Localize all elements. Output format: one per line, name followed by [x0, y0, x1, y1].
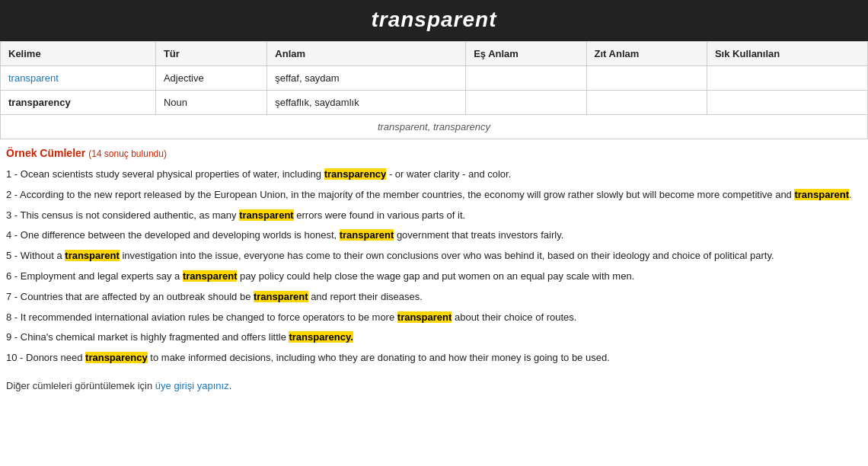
sentence-num: 9: [6, 331, 14, 343]
highlighted-word: transparent: [794, 189, 849, 200]
highlighted-word: transparency: [324, 168, 387, 180]
page-header: transparent: [0, 0, 868, 41]
sentence-text: - According to the new report released b…: [14, 189, 795, 200]
col-tur: Tür: [155, 42, 266, 66]
examples-count: (14 sonuç bulundu): [88, 148, 167, 159]
col-anlam: Anlam: [267, 42, 466, 66]
sentence-text: .: [849, 189, 852, 200]
cell-sik: [707, 66, 867, 91]
table-row: transparentAdjectiveşeffaf, saydam: [1, 66, 868, 91]
cell-anlam: şeffaf, saydam: [267, 66, 466, 91]
examples-title: Örnek Cümleler (14 sonuç bulundu): [6, 147, 862, 159]
sentence-num: 1: [6, 168, 14, 180]
examples-section: Örnek Cümleler (14 sonuç bulundu) 1 - Oc…: [0, 139, 868, 399]
cell-anlam: şeffaflık, saydamlık: [267, 91, 466, 115]
sentence-num: 7: [6, 291, 14, 302]
sentence-text: to make informed decisions, including wh…: [148, 352, 610, 363]
cell-sik: [707, 91, 867, 115]
sentence: 3 - This census is not considered authen…: [6, 208, 862, 224]
page-title: transparent: [0, 8, 868, 32]
sentence-text: - Ocean scientists study several physica…: [14, 168, 324, 180]
cell-es_anlam: [466, 66, 586, 91]
sentence: 7 - Countries that are affected by an ou…: [6, 289, 862, 305]
footer-prefix: Diğer cümleleri görüntülemek için: [6, 380, 155, 391]
col-es-anlam: Eş Anlam: [466, 42, 586, 66]
table-row: transparencyNounşeffaflık, saydamlık: [1, 91, 868, 115]
sentence-text: investigation into the issue, everyone h…: [120, 250, 774, 261]
table-footer: transparent, transparency: [0, 115, 868, 139]
sentence: 9 - China's chemical market is highly fr…: [6, 330, 862, 346]
sentence-text: - or water clarity - and color.: [386, 168, 511, 180]
sentence-text: - Countries that are affected by an outb…: [14, 291, 254, 302]
table-header-row: Kelime Tür Anlam Eş Anlam Zıt Anlam Sık …: [1, 42, 868, 66]
sentence-text: - Without a: [14, 250, 65, 261]
sentence-text: - China's chemical market is highly frag…: [14, 331, 289, 343]
highlighted-word: transparent: [239, 209, 294, 221]
cell-tur: Noun: [155, 91, 266, 115]
col-sik: Sık Kullanılan: [707, 42, 867, 66]
highlighted-word: transparency.: [289, 331, 353, 343]
sentence: 4 - One difference between the developed…: [6, 228, 862, 244]
sentence-text: and report their diseases.: [308, 291, 423, 302]
highlighted-word: transparent: [65, 250, 120, 261]
sentence: 2 - According to the new report released…: [6, 187, 862, 203]
sentence: 10 - Donors need transparency to make in…: [6, 350, 862, 366]
cell-zit_anlam: [586, 66, 707, 91]
sentences-container: 1 - Ocean scientists study several physi…: [6, 167, 862, 366]
sentence-text: about their choice of routes.: [452, 311, 576, 323]
cell-es_anlam: [466, 91, 586, 115]
highlighted-word: transparent: [397, 311, 452, 323]
sentence-text: - This census is not considered authenti…: [14, 209, 239, 221]
sentence-text: - Donors need: [20, 352, 85, 363]
sentence-num: 3: [6, 209, 14, 221]
sentence: 5 - Without a transparent investigation …: [6, 248, 862, 264]
col-kelime: Kelime: [1, 42, 156, 66]
highlighted-word: transparency: [85, 352, 148, 363]
sentence-text: - One difference between the developed a…: [14, 229, 340, 241]
sentence-num: 8: [6, 311, 14, 323]
sentence-num: 6: [6, 270, 14, 282]
cell-zit_anlam: [586, 91, 707, 115]
cell-tur: Adjective: [155, 66, 266, 91]
sentence-num: 2: [6, 189, 14, 200]
examples-title-text: Örnek Cümleler: [6, 147, 85, 159]
sentence: 6 - Employment and legal experts say a t…: [6, 269, 862, 285]
cell-kelime: transparent: [1, 66, 156, 91]
col-zit-anlam: Zıt Anlam: [586, 42, 707, 66]
sentence-text: - Employment and legal experts say a: [14, 270, 183, 282]
sentence-num: 10: [6, 352, 20, 363]
footer-suffix: .: [229, 380, 232, 391]
footer-note: Diğer cümleleri görüntülemek için üye gi…: [6, 380, 862, 399]
word-link[interactable]: transparent: [8, 72, 59, 84]
highlighted-word: transparent: [254, 291, 308, 302]
highlighted-word: transparent: [183, 270, 238, 282]
cell-kelime: transparency: [1, 91, 156, 115]
login-link[interactable]: üye girişi yapınız: [155, 380, 229, 391]
sentence-num: 4: [6, 229, 14, 241]
sentence-num: 5: [6, 250, 14, 261]
sentence: 1 - Ocean scientists study several physi…: [6, 167, 862, 183]
sentence-text: errors were found in various parts of it…: [294, 209, 465, 221]
sentence-text: pay policy could help close the wage gap…: [237, 270, 634, 282]
word-table: Kelime Tür Anlam Eş Anlam Zıt Anlam Sık …: [0, 41, 868, 115]
sentence-text: - It recommended international aviation …: [14, 311, 397, 323]
highlighted-word: transparent: [340, 229, 394, 241]
sentence-text: government that treats investors fairly.: [394, 229, 563, 241]
sentence: 8 - It recommended international aviatio…: [6, 310, 862, 326]
